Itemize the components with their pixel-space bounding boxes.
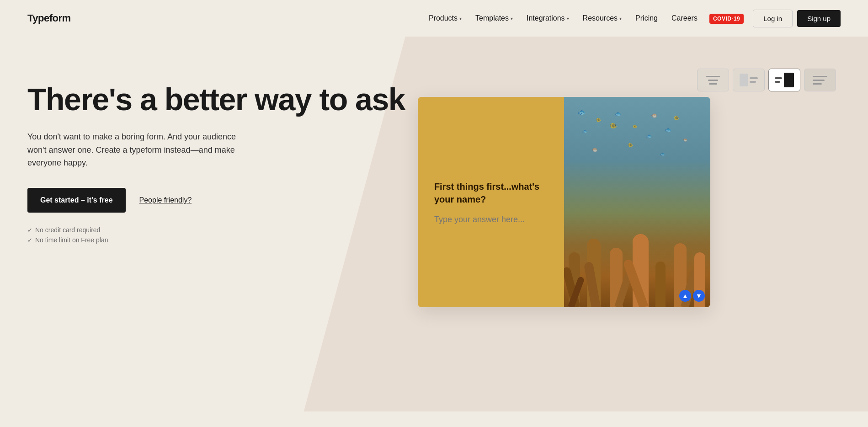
hero-cta: Get started – it's free People friendly?: [27, 188, 418, 213]
fish-icon: 🐟: [578, 108, 586, 116]
form-nav-dots: ▲ ▼: [679, 290, 705, 302]
nav-item-templates[interactable]: Templates ▾: [470, 11, 518, 26]
login-button[interactable]: Log in: [753, 10, 793, 27]
check-icon: ✓: [27, 237, 32, 244]
chevron-down-icon: ▾: [619, 16, 622, 21]
form-left-panel: First things first...what's your name?: [418, 97, 564, 307]
fish-icon: 🐠: [633, 124, 637, 128]
nav-link-careers[interactable]: Careers: [666, 11, 703, 26]
fish-icon: 🐡: [591, 147, 598, 153]
layout-switcher: [418, 69, 841, 91]
coral-10: [655, 262, 666, 307]
fish-icon: 🐠: [596, 117, 601, 122]
nav-item-pricing[interactable]: Pricing: [630, 11, 663, 26]
form-right-panel: 🐟 🐠 🐟 🐠 🐡 🐟 🐠 🐟 🐠 🐡 🐟 🐠 🐡 🐟: [564, 97, 710, 307]
layout-btn-centered[interactable]: [697, 69, 729, 91]
nav-actions: Log in Sign up: [753, 10, 841, 27]
nav-link-integrations[interactable]: Integrations ▾: [521, 11, 575, 26]
hero-left: There's a better way to ask You don't wa…: [27, 64, 418, 244]
form-nav-prev[interactable]: ▲: [679, 290, 691, 302]
fish-icon: 🐟: [646, 133, 652, 139]
coral-background: 🐟 🐠 🐟 🐠 🐡 🐟 🐠 🐟 🐠 🐡 🐟 🐠 🐡 🐟: [564, 97, 710, 307]
site-logo[interactable]: Typeform: [27, 12, 71, 24]
check-icon: ✓: [27, 227, 32, 234]
hero-note-2: ✓ No time limit on Free plan: [27, 236, 418, 244]
hero-title: There's a better way to ask: [27, 82, 418, 117]
covid-badge-item[interactable]: COVID-19: [706, 14, 744, 22]
chevron-down-icon: ▾: [459, 16, 462, 21]
signup-button[interactable]: Sign up: [797, 10, 841, 27]
fish-icon: 🐟: [582, 129, 587, 133]
nav-link-resources[interactable]: Resources ▾: [577, 11, 627, 26]
layout-btn-full[interactable]: [804, 69, 836, 91]
fish-icon: 🐡: [683, 138, 687, 142]
layout-btn-split-light[interactable]: [733, 69, 765, 91]
fish-icon: 🐠: [628, 143, 633, 147]
fish-icon: 🐠: [674, 115, 679, 120]
nav-link-pricing[interactable]: Pricing: [630, 11, 663, 26]
hero-notes: ✓ No credit card required ✓ No time limi…: [27, 226, 418, 244]
layout-btn-split-dark[interactable]: [768, 69, 800, 91]
people-friendly-link[interactable]: People friendly?: [139, 196, 192, 204]
covid-badge[interactable]: COVID-19: [709, 14, 744, 24]
fish-icon: 🐟: [665, 127, 671, 133]
fish-group: 🐟 🐠 🐟 🐠 🐡 🐟 🐠 🐟 🐠 🐡 🐟 🐠 🐡 🐟: [569, 106, 706, 161]
get-started-button[interactable]: Get started – it's free: [27, 188, 126, 213]
nav-links: Products ▾ Templates ▾ Integrations ▾ Re…: [423, 11, 744, 26]
form-question: First things first...what's your name?: [434, 180, 548, 206]
nav-item-resources[interactable]: Resources ▾: [577, 11, 627, 26]
form-answer-input[interactable]: [434, 215, 548, 224]
chevron-down-icon: ▾: [567, 16, 569, 21]
navbar: Typeform Products ▾ Templates ▾ Integrat…: [0, 0, 868, 37]
hero-note-1: ✓ No credit card required: [27, 226, 418, 234]
nav-link-products[interactable]: Products ▾: [423, 11, 467, 26]
fish-icon: 🐡: [651, 113, 657, 119]
chevron-down-icon: ▾: [511, 16, 513, 21]
hero-subtitle: You don't want to make a boring form. An…: [27, 130, 247, 170]
nav-item-products[interactable]: Products ▾: [423, 11, 467, 26]
form-preview: First things first...what's your name? 🐟…: [418, 97, 710, 307]
hero-section: There's a better way to ask You don't wa…: [0, 37, 868, 411]
nav-item-careers[interactable]: Careers: [666, 11, 703, 26]
fish-icon: 🐟: [660, 152, 665, 156]
hero-right: First things first...what's your name? 🐟…: [418, 64, 841, 307]
fish-icon: 🐟: [614, 111, 621, 117]
nav-link-templates[interactable]: Templates ▾: [470, 11, 518, 26]
nav-item-integrations[interactable]: Integrations ▾: [521, 11, 575, 26]
form-nav-next[interactable]: ▼: [693, 290, 705, 302]
fish-icon: 🐠: [610, 122, 617, 129]
